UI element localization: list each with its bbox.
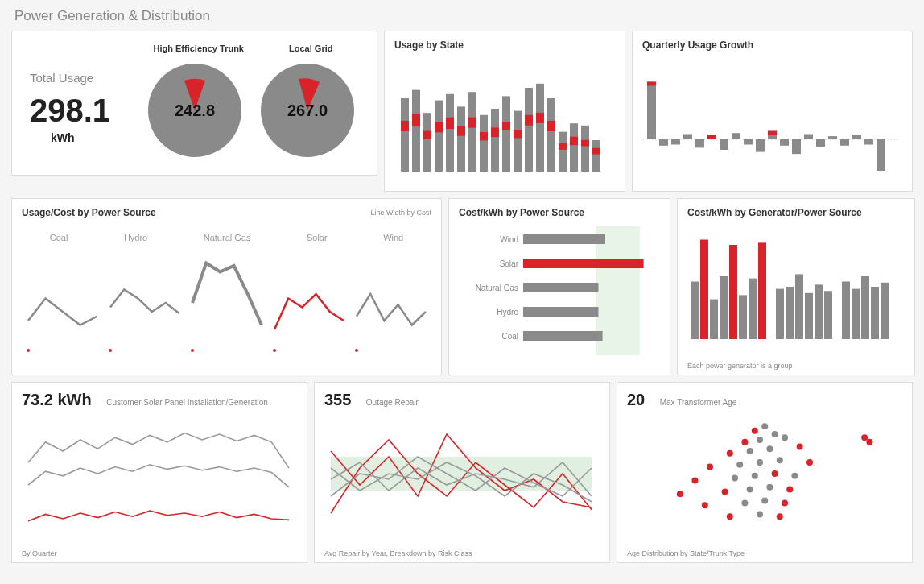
svg-rect-6: [423, 113, 431, 172]
svg-rect-20: [502, 96, 510, 172]
svg-point-117: [772, 470, 778, 477]
svg-rect-89: [805, 293, 813, 339]
svg-rect-11: [446, 118, 454, 129]
svg-text:Wind: Wind: [500, 235, 518, 244]
svg-rect-23: [514, 130, 522, 138]
cost-kwh-gen-footnote: Each power generator is a group: [687, 362, 793, 370]
svg-rect-22: [514, 111, 522, 172]
chart-outage-repair[interactable]: [324, 409, 598, 538]
card-total-usage: Total Usage 298.1 kWh High Efficiency Tr…: [11, 31, 377, 176]
svg-rect-43: [683, 135, 692, 140]
chart-cost-kwh-source[interactable]: WindSolarNatural GasHydroCoal: [459, 218, 660, 363]
svg-point-107: [797, 443, 803, 449]
gauge-1-title: High Efficiency Trunk: [142, 43, 255, 53]
svg-rect-80: [710, 300, 718, 339]
svg-rect-74: [523, 307, 599, 317]
svg-point-111: [777, 457, 783, 463]
svg-rect-54: [792, 139, 801, 154]
svg-point-103: [782, 434, 788, 441]
svg-rect-92: [842, 282, 850, 340]
card-cost-kwh-gen: Cost/kWh by Generator/Power Source Each …: [677, 198, 915, 375]
chart-cost-kwh-gen[interactable]: [687, 218, 905, 347]
cost-kwh-gen-title: Cost/kWh by Generator/Power Source: [687, 207, 905, 218]
svg-rect-19: [491, 127, 499, 137]
svg-point-112: [806, 459, 813, 466]
svg-point-62: [27, 349, 30, 352]
outage-value: 355: [324, 391, 351, 409]
svg-rect-48: [732, 133, 740, 139]
svg-rect-83: [739, 295, 747, 339]
svg-rect-93: [852, 289, 860, 339]
svg-point-65: [273, 349, 276, 352]
svg-rect-57: [828, 136, 837, 139]
gauge-2-title: Local Grid: [255, 43, 368, 53]
svg-rect-90: [815, 284, 823, 339]
svg-rect-30: [559, 132, 567, 172]
transformer-title: Max Transformer Age: [660, 398, 737, 407]
card-solar-install: 73.2 kWh Customer Solar Panel Installati…: [11, 382, 307, 563]
chart-solar-install[interactable]: [22, 409, 295, 538]
cost-kwh-source-title: Cost/kWh by Power Source: [459, 207, 660, 218]
svg-rect-96: [881, 283, 889, 339]
svg-rect-40: [647, 82, 656, 86]
chart-quarterly-growth[interactable]: [642, 51, 900, 180]
svg-point-129: [727, 513, 733, 520]
svg-rect-26: [536, 84, 544, 172]
chart-transformer-age[interactable]: [627, 409, 893, 538]
svg-rect-60: [864, 139, 873, 145]
card-cost-kwh-source: Cost/kWh by Power Source WindSolarNatura…: [448, 198, 670, 375]
svg-rect-4: [412, 90, 420, 172]
svg-rect-29: [547, 121, 555, 131]
svg-rect-68: [523, 234, 605, 244]
svg-point-108: [707, 464, 713, 470]
svg-rect-55: [804, 135, 813, 140]
svg-point-128: [782, 499, 788, 506]
svg-point-120: [677, 491, 683, 497]
svg-rect-39: [647, 82, 656, 140]
svg-rect-10: [446, 94, 454, 172]
svg-point-63: [109, 349, 112, 352]
card-usage-by-state: Usage by State: [384, 31, 625, 192]
total-usage-unit: kWh: [30, 131, 142, 144]
source-label-wind: Wind: [383, 233, 403, 242]
source-label-natural-gas: Natural Gas: [204, 233, 251, 242]
svg-point-114: [691, 477, 698, 483]
svg-rect-33: [570, 137, 578, 145]
usage-by-state-title: Usage by State: [394, 39, 615, 51]
svg-rect-35: [581, 140, 589, 147]
source-label-hydro: Hydro: [124, 233, 147, 242]
svg-text:Coal: Coal: [501, 332, 518, 341]
svg-rect-70: [523, 259, 644, 268]
svg-rect-17: [480, 132, 488, 140]
page-title: Power Generation & Distribution: [11, 8, 913, 24]
svg-point-101: [741, 439, 748, 445]
transformer-value: 20: [627, 391, 645, 409]
svg-rect-56: [816, 139, 825, 147]
solar-value: 73.2 kWh: [22, 391, 92, 409]
svg-rect-76: [523, 331, 603, 341]
svg-rect-18: [491, 109, 499, 172]
svg-rect-59: [852, 135, 861, 139]
svg-rect-28: [547, 98, 555, 172]
chart-usage-cost-by-source[interactable]: [22, 242, 432, 355]
chart-usage-by-state[interactable]: [394, 51, 617, 180]
gauge-1[interactable]: 242.8: [142, 58, 247, 163]
svg-point-106: [766, 445, 773, 452]
solar-title: Customer Solar Panel Installation/Genera…: [106, 398, 268, 407]
svg-point-109: [736, 462, 743, 468]
svg-rect-13: [457, 126, 465, 136]
svg-rect-37: [592, 148, 600, 155]
svg-rect-52: [768, 131, 777, 135]
svg-rect-85: [758, 242, 766, 339]
svg-rect-50: [756, 139, 765, 152]
svg-rect-44: [695, 139, 704, 147]
svg-rect-94: [861, 276, 869, 339]
svg-rect-34: [581, 126, 589, 172]
gauge-2[interactable]: 267.0: [255, 58, 360, 163]
svg-rect-58: [840, 139, 849, 146]
svg-rect-8: [435, 101, 443, 172]
svg-rect-88: [795, 274, 803, 339]
quarterly-growth-title: Quarterly Usage Growth: [642, 39, 902, 51]
svg-point-124: [786, 487, 793, 493]
svg-point-115: [732, 475, 738, 482]
